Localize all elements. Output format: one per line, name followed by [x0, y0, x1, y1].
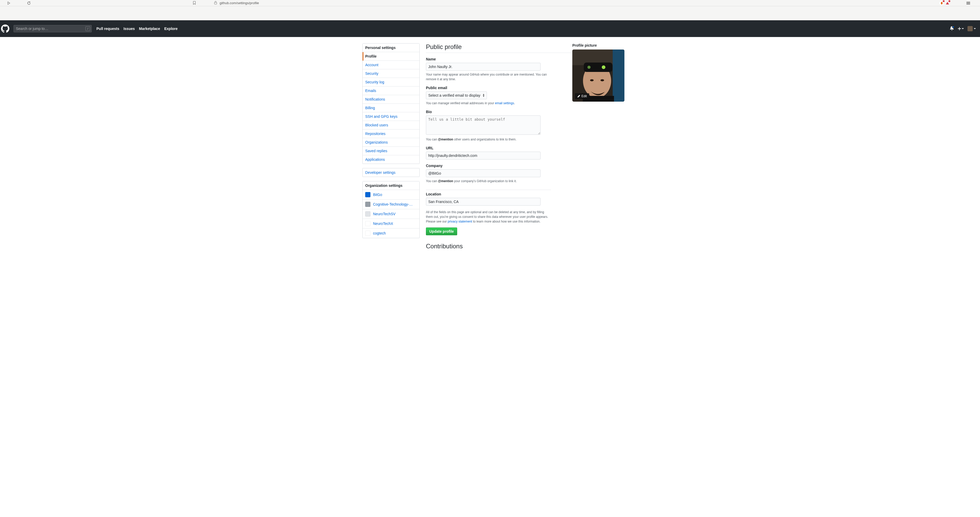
organization-settings-menu: Organization settings BitGo Cognitive-Te…	[362, 181, 420, 238]
bio-label: Bio	[426, 110, 549, 114]
name-label: Name	[426, 57, 549, 61]
svg-rect-0	[215, 2, 217, 4]
profile-picture-label: Profile picture	[572, 43, 624, 48]
profile-picture[interactable]: Edit	[572, 49, 624, 102]
company-input[interactable]	[426, 169, 541, 177]
sidebar-item-account[interactable]: Account	[363, 61, 419, 69]
org-item[interactable]: BitGo	[363, 190, 419, 200]
sidebar-item-blocked-users[interactable]: Blocked users	[363, 121, 419, 129]
org-link[interactable]: BitGo	[373, 192, 382, 197]
public-email-selected: Select a verified email to display	[428, 93, 480, 97]
name-hint: Your name may appear around GitHub where…	[426, 72, 549, 81]
notifications-icon[interactable]	[950, 26, 954, 31]
sidebar-item-security[interactable]: Security	[363, 69, 419, 78]
sidebar-item-developer-settings[interactable]: Developer settings	[363, 168, 419, 177]
site-header: / Pull requests Issues Marketplace Explo…	[0, 20, 980, 37]
sidebar-item-profile[interactable]: Profile	[363, 52, 419, 61]
org-link[interactable]: Cognitive-Technology-…	[373, 202, 413, 207]
privacy-statement-link[interactable]: privacy statement	[447, 220, 472, 223]
location-label: Location	[426, 192, 549, 196]
edit-picture-button[interactable]: Edit	[575, 93, 589, 99]
sidebar-item-saved-replies[interactable]: Saved replies	[363, 147, 419, 155]
extension-icon-1[interactable]	[939, 1, 944, 5]
developer-settings-menu: Developer settings	[362, 168, 420, 177]
name-input[interactable]	[426, 63, 541, 71]
browser-tabstrip	[0, 6, 980, 20]
site-search[interactable]: /	[14, 25, 92, 32]
user-menu[interactable]	[967, 26, 976, 31]
nav-pull-requests[interactable]: Pull requests	[96, 27, 119, 31]
sidebar-item-repositories[interactable]: Repositories	[363, 129, 419, 138]
sidebar-item-billing[interactable]: Billing	[363, 104, 419, 112]
browser-menu-icon[interactable]	[966, 2, 970, 5]
create-new-dropdown[interactable]	[958, 27, 964, 30]
public-email-hint: You can manage verified email addresses …	[426, 101, 549, 105]
edit-picture-label: Edit	[581, 94, 587, 98]
org-avatar-icon	[365, 221, 371, 226]
org-avatar-icon	[365, 202, 371, 207]
personal-settings-heading: Personal settings	[363, 43, 419, 52]
bio-textarea[interactable]	[426, 115, 541, 135]
extension-icon-2[interactable]	[945, 1, 950, 5]
pencil-icon	[577, 95, 581, 98]
org-link[interactable]: cogtech	[373, 231, 386, 235]
bio-hint: You can @mention other users and organiz…	[426, 137, 549, 142]
org-item[interactable]: cogtech	[363, 229, 419, 238]
sidebar-item-security-log[interactable]: Security log	[363, 78, 419, 86]
organization-settings-heading: Organization settings	[363, 181, 419, 190]
lock-icon	[214, 1, 217, 5]
nav-marketplace[interactable]: Marketplace	[139, 27, 160, 31]
browser-toolbar: github.com/settings/profile	[0, 0, 980, 6]
address-bar-url[interactable]: github.com/settings/profile	[220, 1, 259, 5]
bookmark-icon[interactable]	[193, 1, 196, 5]
url-input[interactable]	[426, 152, 541, 159]
nav-issues[interactable]: Issues	[124, 27, 135, 31]
org-link[interactable]: NeuroTechX	[373, 221, 393, 226]
reload-icon[interactable]	[27, 1, 31, 5]
org-link[interactable]: NeuroTechSV	[373, 212, 395, 216]
sidebar-item-applications[interactable]: Applications	[363, 155, 419, 164]
public-email-label: Public email	[426, 86, 549, 90]
org-avatar-icon	[365, 231, 371, 236]
location-input[interactable]	[426, 198, 541, 205]
company-label: Company	[426, 164, 549, 168]
org-item[interactable]: Cognitive-Technology-…	[363, 200, 419, 209]
sidebar-item-emails[interactable]: Emails	[363, 86, 419, 95]
email-settings-link[interactable]: email settings	[495, 101, 514, 105]
svg-rect-3	[613, 49, 624, 102]
chevron-down-icon	[962, 28, 964, 29]
notification-dot-icon	[952, 26, 955, 28]
url-label: URL	[426, 146, 549, 150]
svg-point-8	[590, 79, 594, 81]
nav-explore[interactable]: Explore	[164, 27, 177, 31]
org-avatar-icon	[365, 212, 371, 216]
personal-settings-menu: Personal settings Profile Account Securi…	[362, 43, 420, 164]
org-item[interactable]: NeuroTechSV	[363, 209, 419, 219]
company-hint: You can @mention your company's GitHub o…	[426, 179, 549, 183]
github-logo-icon[interactable]	[1, 24, 10, 33]
search-input[interactable]	[14, 25, 92, 32]
slash-key-hint: /	[86, 26, 90, 31]
public-email-select[interactable]: Select a verified email to display	[426, 91, 487, 99]
sidebar-item-ssh-gpg-keys[interactable]: SSH and GPG keys	[363, 112, 419, 121]
play-icon[interactable]	[7, 2, 10, 5]
svg-point-6	[587, 66, 590, 69]
chevron-down-icon	[974, 28, 976, 29]
contributions-heading: Contributions	[426, 243, 549, 250]
disclaimer-text: All of the fields on this page are optio…	[426, 210, 548, 224]
update-profile-button[interactable]: Update profile	[426, 227, 457, 235]
avatar	[967, 26, 973, 31]
svg-point-7	[602, 65, 605, 69]
sidebar-item-organizations[interactable]: Organizations	[363, 138, 419, 147]
sidebar-item-notifications[interactable]: Notifications	[363, 95, 419, 104]
svg-point-9	[600, 79, 604, 81]
org-avatar-icon	[365, 192, 371, 197]
primary-nav: Pull requests Issues Marketplace Explore	[96, 27, 178, 31]
org-item[interactable]: NeuroTechX	[363, 219, 419, 229]
